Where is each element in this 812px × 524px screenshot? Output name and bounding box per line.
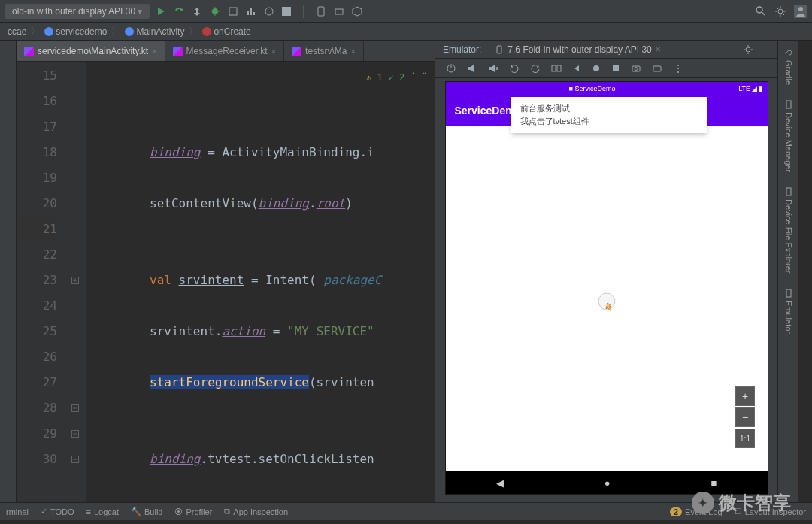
gradle-tool[interactable]: Gradle	[784, 48, 793, 85]
svg-point-19	[593, 65, 599, 71]
left-tool-strip	[0, 41, 17, 502]
record-icon[interactable]	[652, 63, 662, 74]
tab-testsrv[interactable]: testsrv\Ma×	[284, 41, 364, 61]
svg-rect-23	[653, 66, 661, 71]
emulator-pane: Emulator: 7.6 Fold-in with outer display…	[435, 41, 777, 502]
close-icon[interactable]: ×	[152, 47, 156, 56]
bc-item[interactable]: servicedemo	[44, 26, 107, 37]
nav-recent[interactable]: ■	[711, 477, 717, 489]
fold-icon[interactable]	[551, 63, 562, 74]
screenshot-icon[interactable]	[631, 63, 641, 74]
watermark: ✦ 微卡智享	[692, 491, 791, 515]
bc-item[interactable]: onCreate	[202, 26, 250, 37]
tab-messagereceiver[interactable]: MessageReceiver.kt×	[165, 41, 284, 61]
avd-icon[interactable]	[316, 6, 326, 17]
svg-point-2	[265, 8, 273, 15]
overview-icon[interactable]	[611, 64, 620, 73]
svg-rect-20	[613, 65, 619, 71]
svg-point-6	[756, 7, 762, 13]
bc-item[interactable]: ccae	[8, 26, 26, 37]
device-selector[interactable]: old-in with outer display API 30 ▾	[5, 4, 150, 19]
hide-icon[interactable]: —	[761, 44, 770, 55]
emulator-tool[interactable]: Emulator	[784, 289, 793, 334]
sync-icon[interactable]	[192, 6, 202, 17]
wechat-icon: ✦	[692, 492, 714, 514]
status-bar: ■ ServiceDemoLTE ◢ ▮	[446, 82, 768, 95]
main-toolbar: old-in with outer display API 30 ▾	[0, 0, 812, 23]
bc-item[interactable]: MainActivity	[125, 26, 184, 37]
svg-rect-5	[335, 9, 343, 14]
svg-rect-3	[282, 7, 291, 16]
zoom-out-button[interactable]: −	[735, 407, 755, 427]
home-icon[interactable]	[592, 64, 601, 73]
kotlin-icon	[292, 47, 301, 56]
device-manager-tool[interactable]: Device Manager	[784, 100, 793, 172]
profiler-tool[interactable]: ⦿ Profiler	[174, 507, 212, 516]
emulator-device[interactable]: 7.6 Fold-in with outer display API 30 ×	[489, 43, 666, 56]
editor-tabs: servicedemo\MainActivity.kt× MessageRece…	[17, 41, 435, 62]
notification-card[interactable]: 前台服务测试 我点击了tvtest组件	[511, 97, 707, 133]
sdk-icon[interactable]	[334, 6, 344, 17]
emulator-toolbar: ⋮	[435, 59, 777, 78]
svg-point-9	[798, 7, 803, 11]
emulator-header: Emulator: 7.6 Fold-in with outer display…	[435, 41, 777, 59]
volume-up-icon[interactable]	[467, 63, 477, 74]
svg-point-15	[746, 47, 750, 52]
kotlin-icon	[24, 47, 34, 56]
coverage-icon[interactable]	[228, 6, 238, 17]
back-icon[interactable]	[572, 64, 581, 73]
inspection-indicators[interactable]: ⚠ 1✓ 2ˆ ˇ	[366, 65, 427, 90]
nav-home[interactable]: ●	[604, 477, 611, 489]
logcat-tool[interactable]: ≡ Logcat	[86, 507, 119, 516]
svg-rect-4	[318, 7, 324, 16]
editor-pane: servicedemo\MainActivity.kt× MessageRece…	[17, 41, 435, 502]
fold-gutter	[65, 62, 86, 502]
app-inspection-tool[interactable]: ⧉ App Inspection	[224, 507, 288, 516]
more-icon[interactable]: ⋮	[673, 62, 683, 74]
stop-icon[interactable]	[282, 7, 291, 16]
zoom-in-button[interactable]: +	[735, 386, 755, 406]
svg-rect-1	[229, 8, 237, 15]
cube-icon[interactable]	[352, 6, 362, 17]
zoom-controls: + − 1:1	[735, 386, 755, 448]
todo-tool[interactable]: ✓ TODO	[41, 507, 74, 516]
svg-point-7	[778, 9, 783, 14]
search-icon[interactable]	[755, 5, 767, 17]
close-icon[interactable]: ×	[350, 47, 355, 56]
profile-icon[interactable]	[246, 6, 256, 17]
gear-icon[interactable]	[774, 5, 786, 17]
run-icon[interactable]	[156, 6, 166, 17]
close-icon[interactable]: ×	[271, 47, 276, 56]
gear-icon[interactable]	[743, 44, 753, 55]
svg-rect-17	[552, 65, 556, 71]
bottom-toolbar: rminal ✓ TODO ≡ Logcat 🔨 Build ⦿ Profile…	[0, 502, 812, 520]
rotate-right-icon[interactable]	[530, 63, 541, 74]
zoom-fit-button[interactable]: 1:1	[735, 429, 755, 448]
rotate-left-icon[interactable]	[509, 63, 520, 74]
notif-title: 前台服务测试	[520, 103, 698, 114]
avatar-icon[interactable]	[794, 5, 807, 18]
attach-icon[interactable]	[264, 6, 274, 17]
tab-mainactivity[interactable]: servicedemo\MainActivity.kt×	[17, 41, 165, 61]
device-file-tool[interactable]: Device File Explorer	[784, 187, 793, 273]
power-icon[interactable]	[446, 63, 456, 74]
svg-rect-18	[557, 65, 561, 71]
nav-back[interactable]: ◀	[496, 477, 504, 489]
apply-changes-icon[interactable]	[174, 6, 184, 17]
code-area[interactable]: ⚠ 1✓ 2ˆ ˇ binding = ActivityMainBinding.…	[86, 62, 435, 502]
terminal-tool[interactable]: rminal	[6, 507, 29, 516]
debug-icon[interactable]	[210, 6, 220, 17]
volume-down-icon[interactable]	[488, 63, 498, 74]
notif-body: 我点击了tvtest组件	[520, 116, 698, 127]
svg-point-22	[635, 67, 638, 70]
build-tool[interactable]: 🔨 Build	[131, 507, 162, 516]
svg-rect-26	[786, 188, 791, 195]
breadcrumb: ccae〉 servicedemo〉 MainActivity〉 onCreat…	[0, 23, 812, 41]
touch-cursor	[595, 292, 618, 317]
device-screen[interactable]: ■ ServiceDemoLTE ◢ ▮ ServiceDemo 前台服务测试 …	[445, 81, 768, 495]
kotlin-icon	[173, 47, 183, 56]
editor-body[interactable]: 15161718 19202122 23242526 27282930 ⚠ 1✓…	[17, 62, 435, 502]
svg-rect-14	[497, 46, 501, 53]
line-gutter: 15161718 19202122 23242526 27282930	[17, 62, 65, 502]
svg-rect-25	[786, 101, 791, 108]
